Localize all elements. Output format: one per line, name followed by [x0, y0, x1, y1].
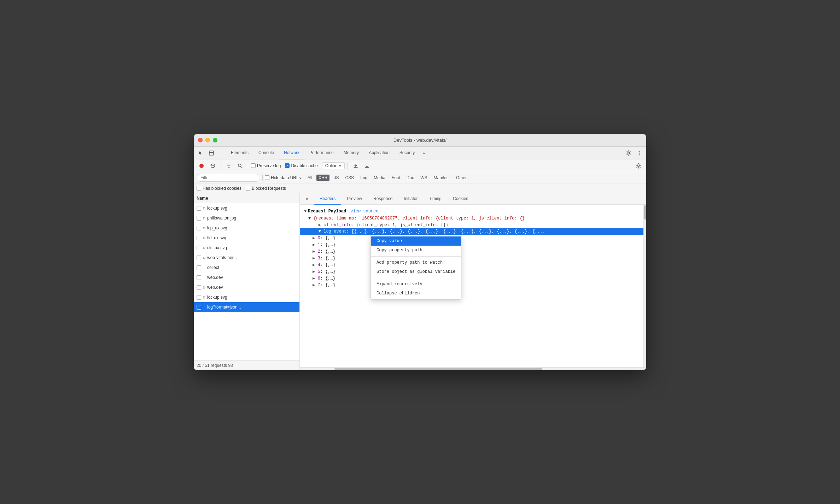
search-button[interactable] — [235, 161, 245, 171]
main-tab-bar: Elements Console Network Performance Mem… — [194, 147, 646, 159]
tab-performance[interactable]: Performance — [304, 147, 339, 159]
filter-type-font[interactable]: Font — [390, 175, 402, 181]
sub-item-0-expand-icon[interactable]: ▶ — [313, 236, 315, 241]
sub-item-1-expand-icon[interactable]: ▶ — [313, 242, 315, 247]
detail-panel: ✕ Headers Preview Response Initiator Tim… — [300, 193, 646, 370]
filter-button[interactable] — [224, 161, 234, 171]
tab-network[interactable]: Network — [279, 147, 304, 159]
filter-type-xhr[interactable]: XHR — [316, 175, 329, 181]
filter-type-other[interactable]: Other — [454, 175, 469, 181]
file-checkbox[interactable] — [197, 216, 201, 221]
detail-main: ▼ Request Payload view source ▼ {request… — [300, 205, 646, 367]
file-item-web-vitals[interactable]: ⚙ web-vitals-her... — [194, 253, 299, 263]
filter-type-js[interactable]: JS — [332, 175, 341, 181]
file-checkbox[interactable] — [197, 285, 201, 290]
upload-button[interactable] — [351, 161, 361, 171]
file-checkbox[interactable] — [197, 226, 201, 230]
sub-item-2-expand-icon[interactable]: ▶ — [313, 249, 315, 254]
filter-input[interactable] — [197, 174, 260, 182]
detail-close-button[interactable]: ✕ — [303, 195, 311, 203]
file-checkbox[interactable] — [197, 295, 201, 300]
file-checkbox[interactable] — [197, 275, 201, 280]
clear-button[interactable] — [208, 161, 218, 171]
detail-tab-response[interactable]: Response — [368, 193, 398, 205]
payload-log-event[interactable]: ▼ log_event: [{...}, {...}, {...}, {...}… — [300, 228, 643, 235]
context-menu-item-copy-path[interactable]: Copy property path — [371, 246, 461, 255]
more-tabs-button[interactable]: » — [420, 151, 428, 156]
hide-data-urls-checkbox[interactable] — [265, 175, 269, 180]
bottom-scrollbar[interactable] — [300, 367, 646, 370]
filter-type-all[interactable]: All — [305, 175, 314, 181]
blocked-requests-checkbox[interactable] — [246, 186, 250, 191]
tab-console[interactable]: Console — [253, 147, 279, 159]
svg-point-4 — [639, 152, 640, 153]
network-settings-button[interactable] — [634, 161, 643, 171]
context-menu-item-copy-value[interactable]: Copy value — [371, 236, 461, 246]
file-item-cls[interactable]: ⚙ cls_ux.svg — [194, 243, 299, 253]
file-item-lockup-svg-2[interactable]: ⚙ lockup.svg — [194, 292, 299, 302]
filter-type-css[interactable]: CSS — [343, 175, 356, 181]
gear-icon: ⚙ — [203, 256, 206, 260]
tab-elements[interactable]: Elements — [226, 147, 253, 159]
tab-memory[interactable]: Memory — [339, 147, 364, 159]
download-button[interactable] — [362, 161, 372, 171]
filter-type-media[interactable]: Media — [372, 175, 387, 181]
file-item-webdev-1[interactable]: ⚙ web.dev — [194, 272, 299, 282]
filter-type-doc[interactable]: Doc — [404, 175, 416, 181]
file-item-log[interactable]: ⚙ log?format=json... — [194, 302, 299, 312]
cursor-icon[interactable] — [197, 149, 205, 157]
dock-icon[interactable] — [207, 149, 216, 157]
file-name: log?format=json... — [207, 305, 297, 310]
file-item-philipwalton[interactable]: ⚙ philipwalton.jpg — [194, 213, 299, 223]
sub-item-3-expand-icon[interactable]: ▶ — [313, 256, 315, 261]
file-checkbox[interactable] — [197, 236, 201, 240]
file-name: philipwalton.jpg — [207, 216, 297, 221]
settings-gear-icon[interactable] — [624, 149, 633, 157]
detail-tab-initiator[interactable]: Initiator — [398, 193, 423, 205]
file-checkbox[interactable] — [197, 246, 201, 250]
file-checkbox[interactable] — [197, 256, 201, 260]
filter-type-ws[interactable]: WS — [418, 175, 429, 181]
detail-tab-preview[interactable]: Preview — [341, 193, 368, 205]
client-info-expand-icon[interactable]: ▶ — [319, 223, 321, 228]
sub-item-6-expand-icon[interactable]: ▶ — [313, 276, 315, 281]
bottom-scrollbar-thumb[interactable] — [334, 368, 542, 370]
context-menu-item-add-watch[interactable]: Add property path to watch — [371, 258, 461, 267]
file-checkbox[interactable] — [197, 206, 201, 211]
sub-item-7-expand-icon[interactable]: ▶ — [313, 283, 315, 288]
right-scrollbar[interactable] — [643, 205, 646, 367]
sub-item-4-expand-icon[interactable]: ▶ — [313, 263, 315, 268]
sub-item-5-expand-icon[interactable]: ▶ — [313, 269, 315, 274]
file-checkbox[interactable] — [197, 265, 201, 270]
tab-security[interactable]: Security — [395, 147, 420, 159]
view-source-link[interactable]: view source — [350, 209, 378, 214]
record-button[interactable] — [197, 161, 206, 171]
file-item-lockup-svg-1[interactable]: ⚙ lockup.svg — [194, 203, 299, 213]
filter-type-manifest[interactable]: Manifest — [432, 175, 452, 181]
context-menu-item-expand[interactable]: Expand recursively — [371, 280, 461, 289]
online-dropdown[interactable]: Online — [322, 162, 345, 169]
file-item-lcp[interactable]: ⚙ lcp_ux.svg — [194, 223, 299, 233]
file-checkbox[interactable] — [197, 305, 201, 310]
collapse-triangle-icon[interactable]: ▼ — [304, 209, 307, 214]
file-item-collect[interactable]: ⚙ collect — [194, 263, 299, 272]
context-menu-item-store-global[interactable]: Store object as global variable — [371, 267, 461, 276]
has-blocked-cookies-checkbox[interactable] — [197, 186, 201, 191]
expand-triangle-icon[interactable]: ▼ — [308, 216, 313, 221]
kebab-menu-icon[interactable] — [635, 149, 643, 157]
detail-tab-timing[interactable]: Timing — [423, 193, 447, 205]
minimize-button[interactable] — [205, 138, 210, 142]
close-button[interactable] — [198, 138, 203, 142]
log-event-expand-icon[interactable]: ▼ — [319, 229, 321, 234]
file-item-fid[interactable]: ⚙ fid_ux.svg — [194, 233, 299, 243]
file-item-webdev-2[interactable]: ⚙ web.dev — [194, 282, 299, 292]
context-menu-item-collapse[interactable]: Collapse children — [371, 289, 461, 298]
tab-application[interactable]: Application — [364, 147, 395, 159]
detail-tab-headers[interactable]: Headers — [314, 193, 341, 205]
disable-cache-checkbox[interactable]: ✓ — [285, 163, 290, 168]
detail-tab-cookies[interactable]: Cookies — [447, 193, 474, 205]
filter-type-img[interactable]: Img — [358, 175, 369, 181]
maximize-button[interactable] — [213, 138, 217, 142]
right-scrollbar-thumb[interactable] — [644, 205, 646, 219]
preserve-log-checkbox[interactable] — [251, 163, 256, 168]
